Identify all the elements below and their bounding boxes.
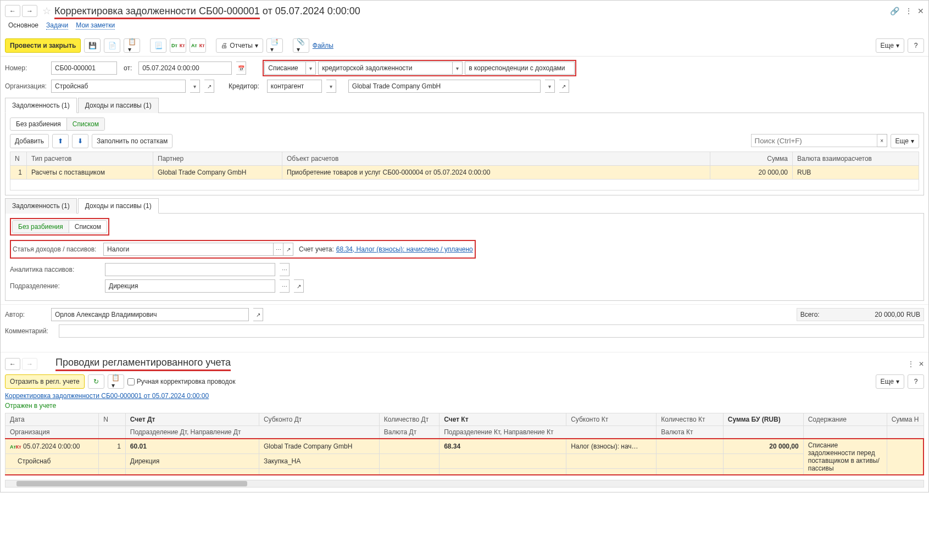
- debt-type-arrow[interactable]: [453, 61, 463, 75]
- ph-qdt[interactable]: Количество Дт: [379, 413, 439, 426]
- manual-checkbox[interactable]: [127, 378, 135, 385]
- move-up-icon[interactable]: ⬆: [52, 134, 69, 148]
- more-button-2[interactable]: Еще ▾: [876, 374, 904, 389]
- dept-select-icon[interactable]: ⋯: [280, 279, 290, 293]
- doc-icon[interactable]: 📃: [150, 38, 166, 53]
- seg-list-2[interactable]: Списком: [69, 221, 107, 233]
- save-icon[interactable]: 💾: [84, 38, 101, 53]
- dt-kt-icon-1[interactable]: DтКт: [170, 38, 186, 53]
- ph2-pdt[interactable]: Подразделение Дт, Направление Дт: [125, 426, 379, 439]
- copy-dropdown-icon[interactable]: 📋▾: [124, 38, 140, 53]
- tab-income[interactable]: Доходы и пассивы (1): [78, 98, 159, 113]
- author-open-icon[interactable]: ↗: [253, 308, 263, 321]
- ph2-org[interactable]: Организация: [5, 426, 99, 439]
- article-input[interactable]: Налоги: [103, 243, 274, 256]
- reflect-button[interactable]: Отразить в регл. учете: [5, 374, 85, 389]
- article-open-icon[interactable]: ↗: [283, 243, 293, 256]
- nav-back-2[interactable]: ←: [5, 358, 20, 370]
- col-partner[interactable]: Партнер: [153, 152, 282, 166]
- subnav-main[interactable]: Основное: [8, 21, 38, 30]
- author-input[interactable]: Орлов Александр Владимирович: [51, 308, 249, 321]
- attach-icon[interactable]: 📎▾: [293, 38, 309, 53]
- ph2-vdt[interactable]: Валюта Дт: [379, 426, 439, 439]
- favorite-star-icon[interactable]: ☆: [42, 5, 51, 17]
- ph-sum[interactable]: Сумма БУ (RUB): [723, 413, 803, 426]
- ph-sumn[interactable]: Сумма Н: [887, 413, 924, 426]
- copy-dropdown-2-icon[interactable]: 📋▾: [108, 374, 124, 389]
- analytics-select-icon[interactable]: ⋯: [280, 263, 290, 276]
- seg-nosplit-1[interactable]: Без разбиения: [10, 118, 66, 130]
- analytics-input[interactable]: [105, 263, 275, 276]
- post-and-close-button[interactable]: Провести и закрыть: [5, 38, 81, 53]
- account-link[interactable]: 68.34, Налог (взносы): начислено / уплач…: [336, 245, 473, 253]
- col-obj[interactable]: Объект расчетов: [282, 152, 710, 166]
- ph-qkt[interactable]: Количество Кт: [657, 413, 724, 426]
- search-clear-icon[interactable]: ×: [877, 134, 887, 147]
- org-open-icon[interactable]: ↗: [204, 80, 214, 93]
- col-sum[interactable]: Сумма: [710, 152, 793, 166]
- cred-name-open-icon[interactable]: ↗: [559, 80, 569, 93]
- date-input[interactable]: 05.07.2024 0:00:00: [138, 61, 232, 75]
- ph-content[interactable]: Содержание: [803, 413, 887, 426]
- help-button-1[interactable]: ?: [908, 38, 924, 53]
- nav-forward[interactable]: →: [22, 5, 37, 17]
- subnav-tasks[interactable]: Задачи: [46, 21, 68, 30]
- close-2-icon[interactable]: ✕: [919, 360, 924, 368]
- refresh-icon[interactable]: ↻: [88, 374, 104, 389]
- ph-n[interactable]: N: [99, 413, 126, 426]
- cred-type-select[interactable]: контрагент: [267, 80, 322, 93]
- tab-debt[interactable]: Задолженность (1): [5, 98, 77, 113]
- nav-back[interactable]: ←: [5, 5, 20, 17]
- org-input[interactable]: Стройснаб: [51, 80, 186, 93]
- dt-kt-icon-2[interactable]: АтКт: [190, 38, 206, 53]
- dept-input[interactable]: Дирекция: [105, 279, 275, 293]
- seg-nosplit-2[interactable]: Без разбиения: [13, 221, 69, 233]
- move-down-icon[interactable]: ⬇: [72, 134, 88, 148]
- ph-dt[interactable]: Счет Дт: [125, 413, 259, 426]
- prov-row-1[interactable]: АтКт 05.07.2024 0:00:00 1 60.01 Global T…: [5, 439, 924, 454]
- ph-date[interactable]: Дата: [5, 413, 99, 426]
- ph-subdt[interactable]: Субконто Дт: [259, 413, 379, 426]
- kebab-menu-2-icon[interactable]: ⋮: [908, 360, 914, 368]
- debt-type-select[interactable]: кредиторской задолженности: [318, 61, 453, 75]
- cred-name-arrow[interactable]: [545, 80, 555, 93]
- kebab-menu-icon[interactable]: ⋮: [905, 7, 913, 15]
- op-type-select[interactable]: Списание: [264, 61, 306, 75]
- dept-open-icon[interactable]: ↗: [294, 279, 304, 293]
- add-button[interactable]: Добавить: [10, 134, 49, 148]
- link-icon[interactable]: 🔗: [890, 7, 899, 15]
- more-button-list[interactable]: Еще ▾: [891, 134, 919, 148]
- ph2-pkt[interactable]: Подразделение Кт, Направление Кт: [440, 426, 657, 439]
- tab2-income[interactable]: Доходы и пассивы (1): [78, 198, 159, 214]
- col-type[interactable]: Тип расчетов: [27, 152, 153, 166]
- close-icon[interactable]: ✕: [917, 7, 924, 15]
- structure-icon[interactable]: 📑▾: [266, 38, 283, 53]
- help-button-2[interactable]: ?: [908, 374, 924, 389]
- ph-subkt[interactable]: Субконто Кт: [566, 413, 657, 426]
- cred-name-input[interactable]: Global Trade Company GmbH: [348, 80, 541, 93]
- article-select-icon[interactable]: ⋯: [274, 243, 283, 256]
- reports-dropdown[interactable]: 🖨 Отчеты ▾: [216, 38, 263, 53]
- org-arrow[interactable]: [190, 80, 200, 93]
- col-cur[interactable]: Валюта взаиморасчетов: [793, 152, 919, 166]
- post-icon[interactable]: 📄: [104, 38, 120, 53]
- fill-button[interactable]: Заполнить по остаткам: [92, 134, 173, 148]
- seg-list-1[interactable]: Списком: [66, 118, 104, 130]
- number-input[interactable]: СБ00-000001: [51, 61, 117, 75]
- horizontal-scrollbar[interactable]: [5, 480, 924, 488]
- calendar-icon[interactable]: 📅: [236, 61, 246, 75]
- prov-row-2[interactable]: Стройснаб Дирекция Закупка_НА: [5, 454, 924, 469]
- corr-input[interactable]: в корреспонденции с доходами: [465, 61, 575, 75]
- files-link[interactable]: Файлы: [313, 42, 333, 49]
- doc-link[interactable]: Корректировка задолженности СБ00-000001 …: [1, 392, 213, 402]
- cred-type-arrow[interactable]: [326, 80, 336, 93]
- table-row[interactable]: 1 Расчеты с поставщиком Global Trade Com…: [10, 166, 919, 180]
- more-button-1[interactable]: Еще ▾: [876, 38, 904, 53]
- comment-input[interactable]: [59, 324, 924, 338]
- prov-row-3[interactable]: [5, 469, 924, 475]
- subnav-notes[interactable]: Мои заметки: [76, 21, 115, 30]
- nav-forward-2[interactable]: →: [22, 358, 37, 370]
- col-n[interactable]: N: [10, 152, 27, 166]
- ph-kt[interactable]: Счет Кт: [440, 413, 566, 426]
- tab2-debt[interactable]: Задолженность (1): [5, 198, 77, 214]
